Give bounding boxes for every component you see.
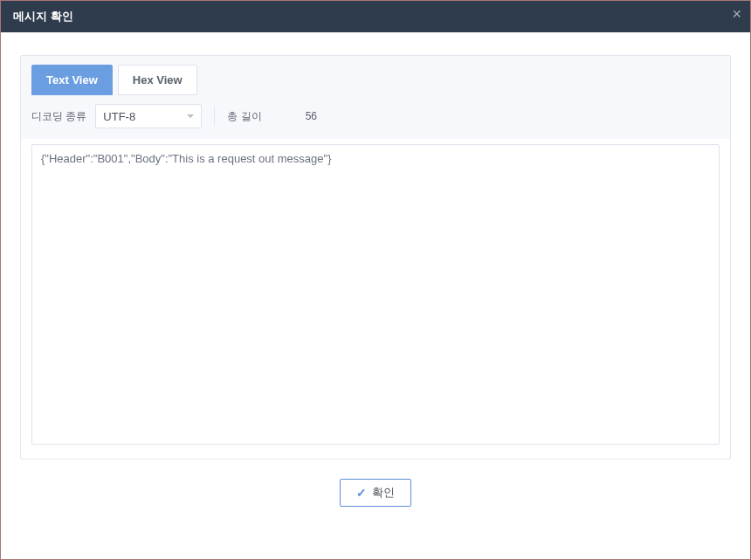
main-panel: Text View Hex View 디코딩 종류 UTF-8 총 길이 56 xyxy=(20,55,731,460)
close-icon[interactable]: × xyxy=(732,6,741,22)
tab-bar: Text View Hex View xyxy=(21,56,730,95)
total-length-label: 총 길이 xyxy=(227,109,261,124)
controls-row: 디코딩 종류 UTF-8 총 길이 56 xyxy=(21,95,730,139)
tab-hex-view[interactable]: Hex View xyxy=(118,65,197,95)
check-icon: ✓ xyxy=(356,486,367,500)
tab-text-view-label: Text View xyxy=(46,73,98,86)
dialog-content: Text View Hex View 디코딩 종류 UTF-8 총 길이 56 … xyxy=(1,32,750,526)
dialog-title: 메시지 확인 xyxy=(13,10,73,23)
decoding-select-value: UTF-8 xyxy=(103,110,135,123)
divider xyxy=(214,107,215,125)
dialog-footer: ✓ 확인 xyxy=(20,460,731,507)
tab-text-view[interactable]: Text View xyxy=(31,65,113,95)
tab-hex-view-label: Hex View xyxy=(133,73,183,86)
confirm-button[interactable]: ✓ 확인 xyxy=(340,479,411,507)
total-length-value: 56 xyxy=(306,110,317,122)
confirm-button-label: 확인 xyxy=(372,485,395,501)
text-body xyxy=(21,139,730,459)
dialog-header: 메시지 확인 × xyxy=(1,1,750,32)
decoding-select[interactable]: UTF-8 xyxy=(95,104,202,128)
chevron-down-icon xyxy=(187,114,194,118)
message-textarea[interactable] xyxy=(31,144,720,445)
decoding-type-label: 디코딩 종류 xyxy=(31,109,86,124)
